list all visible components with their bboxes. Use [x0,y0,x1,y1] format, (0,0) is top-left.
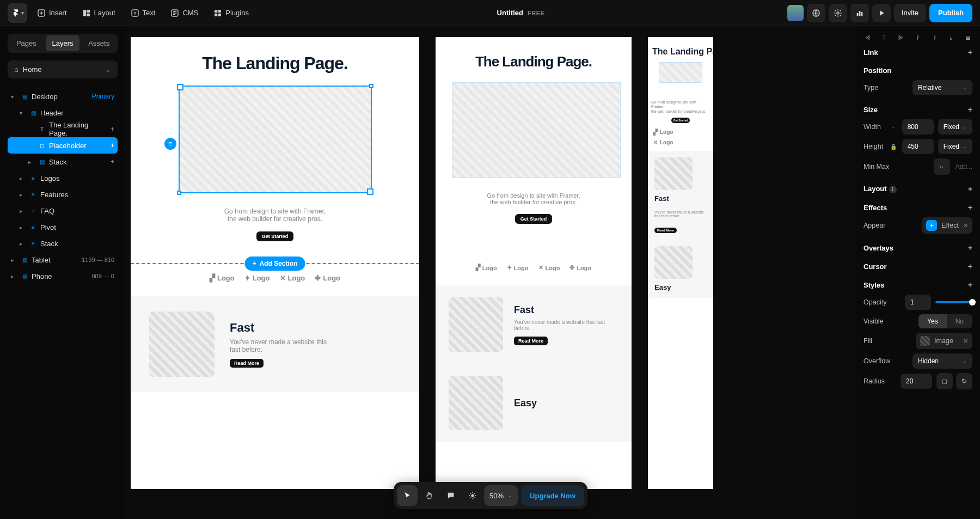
plus-icon[interactable]: + [968,203,972,212]
plus-icon[interactable]: + [968,105,972,114]
align-center-v-icon[interactable]: ⫲ [930,34,939,41]
layer-placeholder[interactable]: ◻Placeholder+ [8,137,118,154]
logo-item: ✕ Logo [280,274,305,282]
feature-desc: You've never made a website this fast be… [654,210,707,218]
layer-stack-1[interactable]: ▸▤Stack+ [8,154,118,170]
cursor-tool[interactable] [397,485,418,506]
minmax-expand-button[interactable]: ↔ [934,158,950,175]
canvas-toolbar: 50%⌄ Upgrade Now [394,482,587,509]
lock-icon[interactable]: 🔒 [889,144,898,150]
layer-desktop[interactable]: ▾▤DesktopPrimary [8,88,118,105]
cms-button[interactable]: CMS [165,3,204,23]
cursor-icon [403,491,412,500]
document-title[interactable]: Untitled FREE [259,9,783,17]
radius-input[interactable] [901,374,932,389]
minmax-add[interactable]: Add... [953,158,972,175]
layer-stack-2[interactable]: ▸≡Stack [8,235,118,252]
plugins-button[interactable]: Plugins [208,3,254,23]
layer-faq[interactable]: ▸≡FAQ [8,203,118,219]
align-left-icon[interactable]: ⫷ [863,34,872,41]
section-link[interactable]: Link+ [863,48,972,57]
info-icon[interactable]: i [889,186,897,193]
framer-logo-button[interactable]: ▾ [8,3,27,23]
plus-icon[interactable]: + [968,48,972,57]
text-button[interactable]: TText [125,3,161,23]
hero-subtitle: Go from design to site with Framer,the w… [648,97,713,114]
align-bottom-icon[interactable]: ⫰ [947,34,955,41]
plus-icon[interactable]: + [968,280,972,289]
settings-button[interactable] [829,4,847,22]
position-type-select[interactable]: Relative⌄ [912,80,972,95]
plus-icon[interactable]: + [968,243,972,252]
fill-control[interactable]: Image ✕ [916,333,972,349]
height-unit-select[interactable]: Fixed⌄ [938,139,972,154]
logo-item: ✤ Logo [315,274,340,282]
effect-chip[interactable]: + Effect ✕ [922,217,972,234]
svg-rect-15 [861,12,863,16]
theme-tool[interactable] [462,485,483,506]
read-more-button[interactable]: Read More [514,337,548,345]
selected-placeholder[interactable]: ≡ [179,86,372,193]
layer-landing-text[interactable]: TThe Landing Page.+ [8,121,118,137]
visible-toggle[interactable]: Yes No [918,314,972,328]
add-section-button[interactable]: +Add Section [244,257,305,271]
stack-badge-icon[interactable]: ≡ [164,138,176,150]
invite-button[interactable]: Invite [894,4,926,22]
globe-icon [812,9,820,17]
publish-button[interactable]: Publish [929,4,972,22]
globe-button[interactable] [807,4,825,22]
cta-button[interactable]: Get Started [671,118,690,123]
layer-header[interactable]: ▾▤Header [8,105,118,121]
frame-phone[interactable]: The Landing Page. Go from design to site… [648,37,713,489]
analytics-button[interactable] [850,4,869,22]
radius-corners-button[interactable]: ◻ [936,373,953,389]
hand-tool[interactable] [419,485,439,506]
width-unit-select[interactable]: Fixed⌄ [938,119,972,135]
plus-icon[interactable]: + [968,262,972,271]
comment-tool[interactable] [440,485,461,506]
layer-logos[interactable]: ▸≡Logos [8,170,118,186]
zoom-control[interactable]: 50%⌄ [484,485,518,506]
frame-desktop[interactable]: The Landing Page. ≡ Go from design to si… [131,37,419,489]
plus-icon[interactable]: + [968,185,972,193]
tab-layers[interactable]: Layers [46,35,80,51]
tab-assets[interactable]: Assets [82,35,116,51]
remove-effect-button[interactable]: ✕ [963,222,968,229]
read-more-button[interactable]: Read More [654,228,677,233]
layer-features[interactable]: ▸≡Features [8,186,118,203]
comment-icon [446,491,455,500]
overflow-select[interactable]: Hidden⌄ [912,353,972,369]
text-icon: T [131,9,139,17]
layout-button[interactable]: Layout [77,3,121,23]
insert-button[interactable]: Insert [32,3,72,23]
width-input[interactable] [902,119,934,135]
align-top-icon[interactable]: ⫯ [914,34,922,41]
opacity-input[interactable] [905,295,931,310]
placeholder[interactable] [452,82,621,178]
remove-fill-button[interactable]: ✕ [963,338,968,345]
section-overlays: Overlays+ [863,243,972,252]
opacity-slider[interactable] [935,301,972,303]
distribute-icon[interactable]: ≣ [964,34,972,41]
placeholder[interactable] [659,62,702,83]
radius-reset-button[interactable]: ↻ [956,373,972,389]
cta-button[interactable]: Get Started [515,214,553,224]
feature-image-placeholder [449,297,503,352]
page-breadcrumb[interactable]: ⌂ Home ⌄ [8,60,118,78]
layer-phone[interactable]: ▸▤Phone809 — 0 [8,268,118,284]
play-button[interactable] [872,4,891,22]
height-input[interactable] [902,139,934,154]
feature-image-placeholder [149,312,215,377]
canvas[interactable]: The Landing Page. ≡ Go from design to si… [125,26,856,519]
user-avatar[interactable] [787,5,804,21]
read-more-button[interactable]: Read More [230,359,264,368]
layer-tablet[interactable]: ▸▤Tablet1199 — 810 [8,252,118,268]
align-center-h-icon[interactable]: ⫿ [880,34,889,41]
feature-image-placeholder [449,376,503,430]
tab-pages[interactable]: Pages [9,35,44,51]
frame-tablet[interactable]: The Landing Page. Go from design to site… [436,37,632,489]
cta-button[interactable]: Get Started [256,231,294,241]
align-right-icon[interactable]: ⫸ [897,34,905,41]
layer-pivot[interactable]: ▸≡Pivot [8,219,118,235]
upgrade-button[interactable]: Upgrade Now [521,485,584,506]
